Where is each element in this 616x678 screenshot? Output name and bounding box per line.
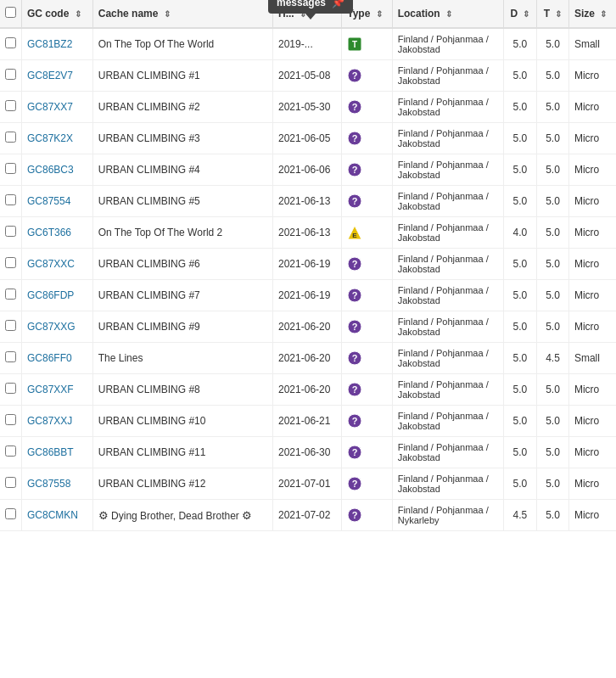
cache-name-cell: URBAN CLIMBING #7: [92, 280, 272, 311]
location-cell: Finland / Pohjanmaa /Nykarleby: [392, 500, 503, 531]
header-d[interactable]: D ⇕: [503, 0, 536, 28]
row-checkbox[interactable]: [5, 320, 16, 331]
select-all-checkbox[interactable]: [5, 7, 16, 18]
type-icon-cell: ?: [342, 468, 392, 500]
row-checkbox[interactable]: [5, 132, 16, 143]
gc-code-link[interactable]: GC87558: [27, 478, 70, 490]
cache-table: GC code ⇕ You have unread messages 📌 Cac…: [0, 0, 616, 531]
location-cell: Finland / Pohjanmaa /Jakobstad: [392, 123, 503, 154]
gc-code-link[interactable]: GC86BC3: [27, 164, 74, 176]
header-checkbox[interactable]: [0, 0, 22, 28]
gc-code-link[interactable]: GC87XX7: [27, 101, 73, 113]
header-location[interactable]: Location ⇕: [392, 0, 503, 28]
row-checkbox[interactable]: [5, 194, 16, 205]
cache-name: URBAN CLIMBING #10: [98, 415, 206, 427]
hidden-date-cell: 2021-06-20: [273, 343, 342, 374]
svg-text:?: ?: [352, 447, 358, 457]
hidden-date-cell: 2021-06-19: [273, 280, 342, 311]
row-checkbox[interactable]: [5, 226, 16, 237]
t-cell: 5.0: [537, 374, 569, 406]
gc-code-link[interactable]: GC81BZ2: [27, 38, 72, 50]
header-cache-name[interactable]: Cache name ⇕: [92, 0, 272, 28]
size-sort-icon: ⇕: [600, 9, 607, 19]
hidden-date-cell: 2021-06-20: [273, 374, 342, 406]
svg-text:?: ?: [352, 259, 358, 269]
size-cell: Micro: [568, 217, 616, 249]
gc-code-link[interactable]: GC8CMKN: [27, 509, 78, 521]
gc-code-link[interactable]: GC86BBT: [27, 446, 74, 458]
gc-code-link[interactable]: GC6T366: [27, 227, 71, 238]
gc-code-link[interactable]: GC87XXC: [27, 258, 75, 270]
gc-code-link[interactable]: GC86FDP: [27, 289, 74, 301]
cache-name: On The Top Of The World: [98, 38, 215, 50]
cache-name: URBAN CLIMBING #8: [98, 384, 200, 395]
cache-name: URBAN CLIMBING #11: [98, 446, 206, 458]
t-cell: 5.0: [537, 280, 569, 311]
table-row: GC86FF0The Lines2021-06-20?Finland / Poh…: [0, 343, 616, 374]
gc-code-link[interactable]: GC87K2X: [27, 132, 73, 144]
location-text: Finland / Pohjanmaa /Jakobstad: [398, 65, 489, 86]
type-icon-cell: ?: [342, 343, 392, 374]
type-icon-cell: ?: [342, 249, 392, 280]
table-row: GC87XXJURBAN CLIMBING #102021-06-21?Finl…: [0, 406, 616, 437]
row-checkbox[interactable]: [5, 257, 16, 268]
row-checkbox[interactable]: [5, 383, 16, 394]
row-checkbox[interactable]: [5, 508, 16, 519]
gc-code-link[interactable]: GC87554: [27, 195, 70, 207]
row-checkbox[interactable]: [5, 69, 16, 80]
header-type[interactable]: Type ⇕: [342, 0, 392, 28]
header-size[interactable]: Size ⇕: [568, 0, 616, 28]
d-cell: 5.0: [503, 437, 536, 468]
location-text: Finland / Pohjanmaa /Jakobstad: [398, 285, 489, 305]
svg-text:?: ?: [352, 479, 358, 489]
cache-name-cell: On The Top Of The World: [92, 28, 272, 60]
header-type-label: Type: [347, 8, 370, 20]
location-cell: Finland / Pohjanmaa /Jakobstad: [392, 343, 503, 374]
t-cell: 5.0: [537, 123, 569, 154]
cache-name: URBAN CLIMBING #12: [98, 478, 206, 490]
row-checkbox[interactable]: [5, 100, 16, 111]
header-size-label: Size: [574, 8, 595, 20]
row-checkbox[interactable]: [5, 163, 16, 174]
t-cell: 5.0: [537, 468, 569, 500]
location-text: Finland / Pohjanmaa /Jakobstad: [398, 317, 489, 337]
size-cell: Micro: [568, 92, 616, 123]
gc-code-link[interactable]: GC87XXF: [27, 384, 74, 395]
header-hidden[interactable]: H... ⇕: [273, 0, 342, 28]
d-cell: 5.0: [503, 343, 536, 374]
gc-code-link[interactable]: GC8E2V7: [27, 70, 73, 81]
location-cell: Finland / Pohjanmaa /Jakobstad: [392, 468, 503, 500]
size-cell: Micro: [568, 500, 616, 531]
row-checkbox[interactable]: [5, 477, 16, 488]
header-gc-code[interactable]: GC code ⇕ You have unread messages 📌: [22, 0, 93, 28]
size-cell: Micro: [568, 374, 616, 406]
header-cache-name-label: Cache name: [98, 8, 159, 20]
table-header-row: GC code ⇕ You have unread messages 📌 Cac…: [0, 0, 616, 28]
location-cell: Finland / Pohjanmaa /Jakobstad: [392, 186, 503, 217]
row-checkbox[interactable]: [5, 37, 16, 48]
gc-code-link[interactable]: GC86FF0: [27, 352, 72, 364]
size-cell: Micro: [568, 406, 616, 437]
cache-name-cell: On The Top Of The World 2: [92, 217, 272, 249]
row-checkbox[interactable]: [5, 289, 16, 300]
row-checkbox[interactable]: [5, 445, 16, 457]
table-row: GC87K2XURBAN CLIMBING #32021-06-05?Finla…: [0, 123, 616, 154]
svg-text:E: E: [353, 232, 358, 239]
table-row: GC87XXCURBAN CLIMBING #62021-06-19?Finla…: [0, 249, 616, 280]
svg-text:?: ?: [352, 416, 358, 426]
hidden-date-cell: 2021-07-01: [273, 468, 342, 500]
row-checkbox[interactable]: [5, 414, 16, 425]
header-t[interactable]: T ⇕: [537, 0, 569, 28]
gc-code-link[interactable]: GC87XXJ: [27, 415, 72, 427]
t-cell: 5.0: [537, 406, 569, 437]
cache-name-cell: The Lines: [92, 343, 272, 374]
type-icon-cell: ?: [342, 311, 392, 343]
d-cell: 5.0: [503, 28, 536, 60]
location-text: Finland / Pohjanmaa /Jakobstad: [398, 442, 489, 462]
svg-text:?: ?: [352, 196, 358, 206]
row-checkbox[interactable]: [5, 351, 16, 362]
gc-code-link[interactable]: GC87XXG: [27, 321, 76, 333]
d-sort-icon: ⇕: [523, 9, 529, 19]
size-cell: Micro: [568, 437, 616, 468]
svg-text:?: ?: [352, 322, 358, 332]
